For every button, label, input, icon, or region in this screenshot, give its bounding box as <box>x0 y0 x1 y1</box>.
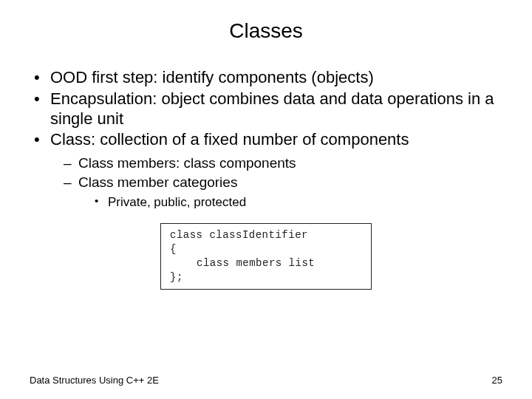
bullet-text: Class: collection of a fixed number of c… <box>50 130 409 149</box>
sub-list: Class members: class components Class me… <box>64 154 502 210</box>
footer-left: Data Structures Using C++ 2E <box>30 375 159 386</box>
bullet-text: Class members: class components <box>78 155 296 171</box>
list-item: OOD first step: identify components (obj… <box>31 68 502 88</box>
list-item: Class members: class components <box>64 154 502 172</box>
list-item: Class member categories Private, public,… <box>64 174 502 210</box>
code-line: class members list <box>170 256 362 270</box>
footer-page-number: 25 <box>492 375 502 386</box>
code-line: class classIdentifier <box>170 228 362 242</box>
code-snippet-box: class classIdentifier { class members li… <box>160 223 372 290</box>
sub-sub-list: Private, public, protected <box>95 194 502 210</box>
slide-footer: Data Structures Using C++ 2E 25 <box>30 375 502 386</box>
bullet-list: OOD first step: identify components (obj… <box>31 68 502 210</box>
bullet-text: Encapsulation: object combines data and … <box>50 89 494 128</box>
bullet-text: Class member categories <box>78 174 237 190</box>
bullet-text: OOD first step: identify components (obj… <box>50 68 374 86</box>
code-line: }; <box>170 270 362 284</box>
page-title: Classes <box>30 19 502 43</box>
code-line: { <box>170 242 362 256</box>
slide: Classes OOD first step: identify compone… <box>0 0 532 399</box>
list-item: Encapsulation: object combines data and … <box>31 89 502 129</box>
bullet-text: Private, public, protected <box>108 195 246 209</box>
list-item: Private, public, protected <box>95 194 502 210</box>
list-item: Class: collection of a fixed number of c… <box>31 130 502 210</box>
